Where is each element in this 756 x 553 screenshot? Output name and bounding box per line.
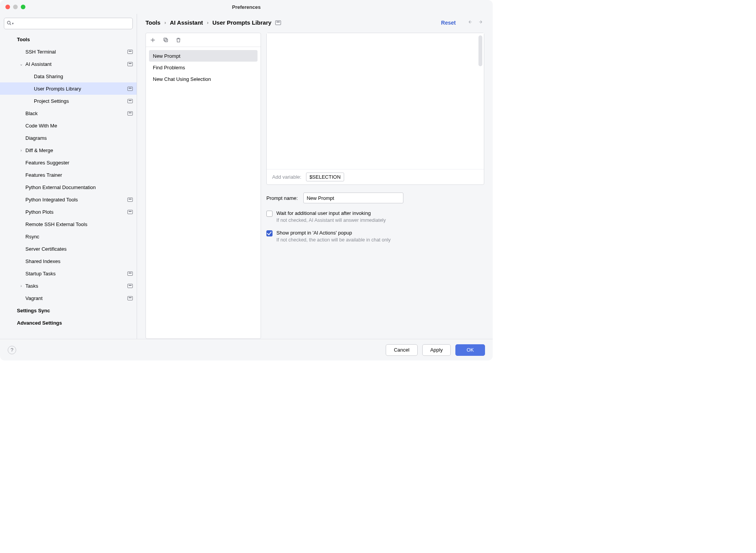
prompt-list[interactable]: New PromptFind ProblemsNew Chat Using Se… (146, 47, 261, 339)
tree-node[interactable]: Features Suggester (0, 156, 137, 169)
breadcrumb-item[interactable]: AI Assistant (170, 19, 203, 26)
ok-button[interactable]: OK (455, 344, 485, 356)
show-popup-checkbox[interactable] (266, 230, 273, 236)
tree-node[interactable]: ⌄AI Assistant (0, 58, 137, 70)
tree-node-label: Remote SSH External Tools (25, 221, 133, 227)
tree-node[interactable]: Black (0, 107, 137, 119)
show-popup-row: Show prompt in 'AI Actions' popup If not… (266, 230, 484, 243)
tree-node-label: Shared Indexes (25, 258, 133, 264)
project-scope-icon (127, 99, 133, 103)
add-variable-label: Add variable: (272, 174, 301, 180)
prompt-editor-box: Add variable: $SELECTION (266, 33, 484, 185)
dialog-footer: ? Cancel Apply OK (0, 339, 493, 360)
tree-node[interactable]: ›Tasks (0, 280, 137, 292)
tree-node[interactable]: Settings Sync (0, 304, 137, 317)
tree-node[interactable]: Startup Tasks (0, 267, 137, 280)
duplicate-prompt-button[interactable] (163, 37, 169, 43)
tree-node[interactable]: Features Trainer (0, 169, 137, 181)
apply-button[interactable]: Apply (422, 344, 451, 356)
breadcrumb-item[interactable]: Tools (146, 19, 161, 26)
help-button[interactable]: ? (8, 346, 16, 354)
tree-node[interactable]: Vagrant (0, 292, 137, 304)
tree-node[interactable]: Project Settings (0, 95, 137, 107)
reset-link[interactable]: Reset (441, 20, 456, 26)
tree-node[interactable]: Rsync (0, 230, 137, 243)
tree-node[interactable]: Code With Me (0, 119, 137, 132)
tree-node-label: Server Certificates (25, 246, 133, 252)
project-scope-icon (127, 50, 133, 54)
prompt-name-label: Prompt name: (266, 195, 298, 201)
project-scope-icon (127, 284, 133, 288)
prompt-form: Prompt name: Wait for additional user in… (266, 185, 484, 243)
tree-node-label: Features Suggester (25, 160, 133, 166)
chevron-right-icon[interactable]: › (18, 148, 24, 152)
search-input[interactable] (15, 20, 130, 27)
content-row: New PromptFind ProblemsNew Chat Using Se… (146, 33, 484, 339)
search-dropdown-icon[interactable]: ▾ (11, 22, 15, 25)
tree-node-label: Python Integrated Tools (25, 197, 127, 203)
cancel-button[interactable]: Cancel (386, 344, 417, 356)
project-scope-icon (275, 20, 281, 25)
chevron-right-icon: › (207, 20, 208, 25)
search-wrap: ▾ (0, 18, 137, 33)
prompt-editor-area (267, 33, 484, 169)
tree-node[interactable]: Tools (0, 33, 137, 45)
tree-node[interactable]: Server Certificates (0, 243, 137, 255)
chevron-right-icon[interactable]: › (18, 284, 24, 288)
prompt-name-input[interactable] (303, 193, 403, 203)
project-scope-icon (127, 198, 133, 202)
project-scope-icon (127, 111, 133, 116)
tree-node-label: Advanced Settings (17, 320, 133, 326)
tree-node[interactable]: Python Plots (0, 206, 137, 218)
tree-node-label: Python External Documentation (25, 184, 133, 190)
breadcrumb-item[interactable]: User Prompts Library (212, 19, 271, 26)
editor-footer: Add variable: $SELECTION (267, 169, 484, 184)
search-box[interactable]: ▾ (4, 18, 133, 29)
wait-input-hint: If not checked, AI Assistant will answer… (276, 218, 386, 223)
show-popup-label: Show prompt in 'AI Actions' popup (276, 230, 391, 236)
tree-node-label: AI Assistant (25, 61, 127, 67)
nav-forward-button[interactable] (478, 19, 484, 26)
chevron-right-icon: › (164, 20, 166, 25)
nav-back-button[interactable] (467, 19, 473, 26)
svg-rect-6 (165, 39, 168, 42)
tree-node[interactable]: Diagrams (0, 132, 137, 144)
tree-node[interactable]: SSH Terminal (0, 45, 137, 58)
project-scope-icon (127, 87, 133, 91)
selection-variable-button[interactable]: $SELECTION (306, 173, 344, 181)
wait-input-checkbox[interactable] (266, 211, 273, 217)
prompt-list-panel: New PromptFind ProblemsNew Chat Using Se… (146, 33, 261, 339)
delete-prompt-button[interactable] (176, 37, 181, 43)
tree-node[interactable]: User Prompts Library (0, 82, 137, 95)
tree-node-label: Project Settings (34, 98, 127, 104)
titlebar: Preferences (0, 0, 493, 14)
tree-node[interactable]: Shared Indexes (0, 255, 137, 267)
tree-node[interactable]: Remote SSH External Tools (0, 218, 137, 230)
tree-node[interactable]: Python Integrated Tools (0, 193, 137, 206)
project-scope-icon (127, 271, 133, 276)
main-panel: Tools › AI Assistant › User Prompts Libr… (137, 14, 493, 339)
tree-node[interactable]: ›Diff & Merge (0, 144, 137, 156)
tree-node-label: Tasks (25, 283, 127, 289)
window-title: Preferences (0, 4, 493, 10)
add-prompt-button[interactable] (150, 37, 156, 43)
prompt-textarea[interactable] (267, 33, 484, 169)
prompt-list-item[interactable]: Find Problems (149, 62, 258, 73)
tree-node-label: Startup Tasks (25, 271, 127, 276)
wait-input-text: Wait for additional user input after inv… (276, 210, 386, 223)
tree-node[interactable]: Data Sharing (0, 70, 137, 82)
show-popup-hint: If not checked, the action will be avail… (276, 237, 391, 243)
tree-node-label: SSH Terminal (25, 49, 127, 55)
prompt-list-item[interactable]: New Chat Using Selection (149, 73, 258, 85)
tree-node[interactable]: Python External Documentation (0, 181, 137, 193)
tree-node-label: Features Trainer (25, 172, 133, 178)
prompt-name-row: Prompt name: (266, 193, 484, 203)
chevron-down-icon[interactable]: ⌄ (18, 62, 24, 66)
prompt-list-item[interactable]: New Prompt (149, 50, 258, 62)
project-scope-icon (127, 210, 133, 214)
settings-tree[interactable]: ToolsSSH Terminal⌄AI AssistantData Shari… (0, 33, 137, 339)
tree-node-label: Settings Sync (17, 308, 133, 313)
scrollbar[interactable] (478, 35, 482, 66)
tree-node[interactable]: Advanced Settings (0, 317, 137, 329)
project-scope-icon (127, 62, 133, 66)
